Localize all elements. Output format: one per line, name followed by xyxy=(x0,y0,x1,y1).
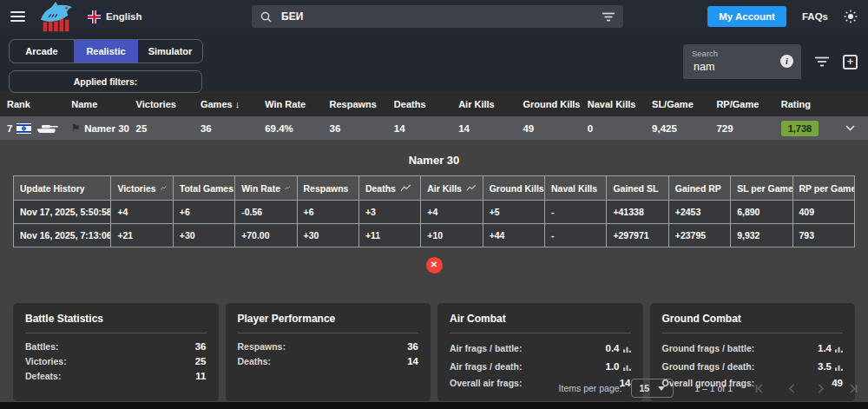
tab-realistic[interactable]: Realistic xyxy=(74,40,138,63)
menu-icon[interactable] xyxy=(10,11,25,22)
card-battle-statistics: Battle Statistics Battles:36 Victories:2… xyxy=(13,303,219,401)
faqs-link[interactable]: FAQs xyxy=(802,11,828,22)
col-update-history[interactable]: Update History xyxy=(14,176,111,201)
uk-flag-icon xyxy=(88,10,101,23)
table-search-field[interactable]: Search i xyxy=(683,44,801,79)
update-timestamp: Nov 16, 2025, 7:13:06 AM xyxy=(14,224,111,247)
applied-filters-button[interactable]: Applied filters: xyxy=(9,70,202,93)
row-ground-kills: 49 xyxy=(523,123,587,134)
mini-bar-chart-icon[interactable] xyxy=(623,345,631,353)
card-title: Player Performance xyxy=(238,313,419,333)
filter-icon[interactable] xyxy=(602,12,615,22)
sort-desc-icon: ↓ xyxy=(235,99,240,109)
col-ground-kills[interactable]: Ground Kills xyxy=(523,99,587,109)
search-icon xyxy=(260,11,272,23)
col-win-rate[interactable]: Win Rate xyxy=(265,99,329,109)
row-rp-game: 729 xyxy=(716,123,780,134)
update-history-table: Update History Victories Total Games Win… xyxy=(13,175,855,247)
col-detail-victories[interactable]: Victories xyxy=(111,176,173,201)
previous-page-button[interactable] xyxy=(788,384,795,393)
premium-flag-icon: ⚑ xyxy=(71,122,80,134)
global-search-input[interactable] xyxy=(279,10,595,23)
caret-down-icon xyxy=(658,386,665,391)
global-search[interactable] xyxy=(252,5,623,28)
col-victories[interactable]: Victories xyxy=(136,99,201,109)
col-sl-game[interactable]: SL/Game xyxy=(652,99,716,109)
next-page-button[interactable] xyxy=(818,384,825,393)
row-games: 36 xyxy=(201,123,265,134)
col-name[interactable]: Name xyxy=(71,99,135,109)
detail-header-row: Update History Victories Total Games Win… xyxy=(14,176,855,201)
theme-toggle-sun-icon[interactable] xyxy=(844,10,858,23)
card-title: Air Combat xyxy=(450,313,631,333)
bottom-edge-bar xyxy=(0,402,868,409)
update-timestamp: Nov 17, 2025, 5:50:58 PM xyxy=(14,201,111,224)
mini-bar-chart-icon[interactable] xyxy=(835,345,843,353)
col-gained-rp[interactable]: Gained RP xyxy=(668,176,730,201)
col-rank[interactable]: Rank xyxy=(7,99,71,109)
vehicle-detail-panel: Namer 30 Update History Victories Total … xyxy=(0,154,868,401)
col-detail-ground-kills[interactable]: Ground Kills xyxy=(483,176,544,201)
language-label: English xyxy=(106,11,142,22)
language-selector[interactable]: English xyxy=(88,10,142,23)
col-detail-respawns[interactable]: Respawns xyxy=(297,176,358,201)
trend-chart-icon xyxy=(161,184,167,192)
history-row: Nov 16, 2025, 7:13:06 AM +21 +30 +70.00 … xyxy=(14,224,855,247)
col-sl-per-game[interactable]: SL per Game xyxy=(731,176,792,201)
card-title: Ground Combat xyxy=(662,313,844,333)
col-rp-per-game[interactable]: RP per Game xyxy=(792,176,854,201)
last-page-button[interactable] xyxy=(847,384,858,393)
leaderboard-header-row: Rank Name Victories Games ↓ Win Rate Res… xyxy=(0,91,868,116)
trend-chart-icon xyxy=(466,184,477,192)
col-rating[interactable]: Rating xyxy=(781,99,845,109)
israel-flag-icon xyxy=(16,123,31,134)
col-respawns[interactable]: Respawns xyxy=(330,99,394,109)
game-mode-tabs: Arcade Realistic Simulator xyxy=(9,39,203,63)
detail-title: Namer 30 xyxy=(0,154,868,167)
col-detail-naval-kills[interactable]: Naval Kills xyxy=(545,176,607,201)
page-size-select[interactable]: 15 xyxy=(631,379,674,398)
paginator: Items per page: 15 1 – 1 of 1 xyxy=(559,379,858,398)
col-detail-air-kills[interactable]: Air Kills xyxy=(421,176,483,201)
table-filter-icon[interactable] xyxy=(815,56,829,67)
row-victories: 25 xyxy=(136,123,201,134)
items-per-page-label: Items per page: xyxy=(559,383,622,393)
row-naval-kills: 0 xyxy=(588,123,652,134)
chevron-down-icon[interactable] xyxy=(845,125,855,131)
rating-badge: 1,738 xyxy=(781,121,819,136)
rank-value: 7 xyxy=(7,123,12,134)
page-range: 1 – 1 of 1 xyxy=(694,383,733,393)
col-detail-win-rate[interactable]: Win Rate xyxy=(235,176,297,201)
tab-simulator[interactable]: Simulator xyxy=(138,40,202,63)
mini-bar-chart-icon[interactable] xyxy=(623,363,631,371)
my-account-button[interactable]: My Account xyxy=(707,6,786,27)
app-logo-shark-icon[interactable] xyxy=(36,2,77,33)
tab-arcade[interactable]: Arcade xyxy=(10,40,74,63)
table-search-input[interactable] xyxy=(692,60,770,74)
col-total-games[interactable]: Total Games xyxy=(173,176,234,201)
search-field-label: Search xyxy=(692,49,792,58)
row-respawns: 36 xyxy=(330,123,394,134)
col-gained-sl[interactable]: Gained SL xyxy=(607,176,668,201)
mini-bar-chart-icon[interactable] xyxy=(835,363,843,371)
col-games[interactable]: Games ↓ xyxy=(201,99,265,109)
col-rp-game[interactable]: RP/Game xyxy=(716,99,780,109)
close-detail-button[interactable]: ✕ xyxy=(426,257,443,274)
card-title: Battle Statistics xyxy=(25,313,207,333)
row-deaths: 14 xyxy=(394,123,458,134)
first-page-button[interactable] xyxy=(755,384,766,393)
trend-chart-icon xyxy=(285,184,291,192)
row-win-rate: 69.4% xyxy=(265,123,329,134)
col-detail-deaths[interactable]: Deaths xyxy=(358,176,420,201)
card-player-performance: Player Performance Respawns:36 Deaths:14 xyxy=(226,303,431,401)
col-air-kills[interactable]: Air Kills xyxy=(458,99,523,109)
info-icon[interactable]: i xyxy=(780,55,793,68)
add-button[interactable]: + xyxy=(843,55,858,69)
row-sl-game: 9,425 xyxy=(652,123,716,134)
row-air-kills: 14 xyxy=(458,123,523,134)
col-naval-kills[interactable]: Naval Kills xyxy=(588,99,652,109)
col-deaths[interactable]: Deaths xyxy=(394,99,458,109)
trend-chart-icon xyxy=(400,184,411,192)
history-row: Nov 17, 2025, 5:50:58 PM +4 +6 -0.56 +6 … xyxy=(14,201,855,224)
leaderboard-row-namer-30[interactable]: 7 ⚑ Namer 30 25 36 69.4% 36 14 14 49 0 9… xyxy=(0,116,868,140)
